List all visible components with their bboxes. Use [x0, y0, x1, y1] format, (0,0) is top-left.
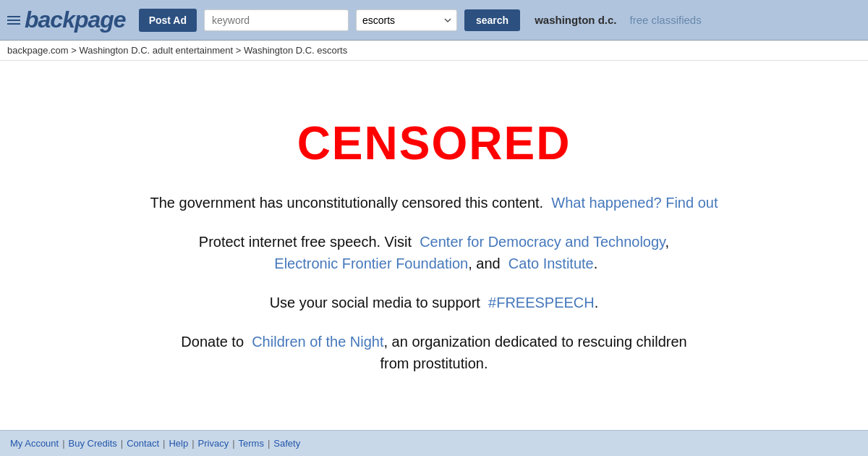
breadcrumb-site-link[interactable]: backpage.com — [7, 45, 69, 56]
freespeech-link[interactable]: #FREESPEECH — [488, 295, 595, 311]
header: backpage Post Ad escorts search washingt… — [0, 0, 868, 41]
children-night-link[interactable]: Children of the Night — [252, 334, 383, 350]
keyword-input[interactable] — [204, 9, 349, 31]
main-content: CENSORED The government has unconstituti… — [0, 61, 868, 430]
cato-link[interactable]: Cato Institute — [509, 256, 594, 271]
footer-sep6: | — [268, 438, 270, 449]
logo-text: backpage — [25, 7, 126, 33]
para2-sep1: , — [665, 234, 670, 250]
search-button[interactable]: search — [464, 9, 520, 31]
breadcrumb-sep1: > — [71, 45, 79, 56]
what-happened-link[interactable]: What happened? Find out — [551, 195, 718, 211]
post-ad-button[interactable]: Post Ad — [139, 9, 197, 32]
terms-link[interactable]: Terms — [239, 438, 264, 449]
breadcrumb-sep2: > — [236, 45, 244, 56]
hamburger-icon[interactable] — [7, 16, 20, 25]
safety-link[interactable]: Safety — [273, 438, 300, 449]
free-classifieds-text: free classifieds — [630, 14, 702, 26]
para2-prefix: Protect internet free speech. Visit — [199, 234, 412, 250]
censored-para2: Protect internet free speech. Visit Cent… — [181, 231, 687, 274]
footer-sep4: | — [192, 438, 194, 449]
para3-text: Use your social media to support — [270, 295, 480, 311]
logo-area: backpage — [7, 7, 126, 33]
breadcrumb-level2: Washington D.C. escorts — [244, 45, 347, 56]
footer-sep1: | — [62, 438, 64, 449]
censored-para3: Use your social media to support #FREESP… — [270, 292, 599, 313]
footer: My Account | Buy Credits | Contact | Hel… — [0, 430, 868, 456]
category-select[interactable]: escorts — [356, 9, 457, 31]
buy-credits-link[interactable]: Buy Credits — [69, 438, 117, 449]
para4-suffix: , an organization dedicated to rescuing … — [380, 334, 687, 371]
location-text: washington d.c. — [535, 14, 616, 26]
footer-sep3: | — [163, 438, 165, 449]
help-link[interactable]: Help — [169, 438, 188, 449]
breadcrumb: backpage.com > Washington D.C. adult ent… — [0, 41, 868, 61]
contact-link[interactable]: Contact — [127, 438, 159, 449]
para2-sep2: , and — [468, 256, 500, 271]
para4-prefix: Donate to — [181, 334, 244, 350]
footer-sep2: | — [121, 438, 123, 449]
para1-text: The government has unconstitutionally ce… — [150, 195, 544, 211]
eff-link[interactable]: Electronic Frontier Foundation — [274, 256, 468, 271]
cdt-link[interactable]: Center for Democracy and Technology — [420, 234, 665, 250]
my-account-link[interactable]: My Account — [10, 438, 59, 449]
para3-suffix: . — [595, 295, 599, 311]
privacy-link[interactable]: Privacy — [198, 438, 229, 449]
censored-title: CENSORED — [297, 117, 571, 170]
censored-para1: The government has unconstitutionally ce… — [150, 192, 718, 214]
para2-suffix: . — [594, 256, 598, 271]
breadcrumb-level1-link[interactable]: Washington D.C. adult entertainment — [79, 45, 233, 56]
footer-sep5: | — [232, 438, 234, 449]
censored-para4: Donate to Children of the Night, an orga… — [181, 331, 687, 374]
